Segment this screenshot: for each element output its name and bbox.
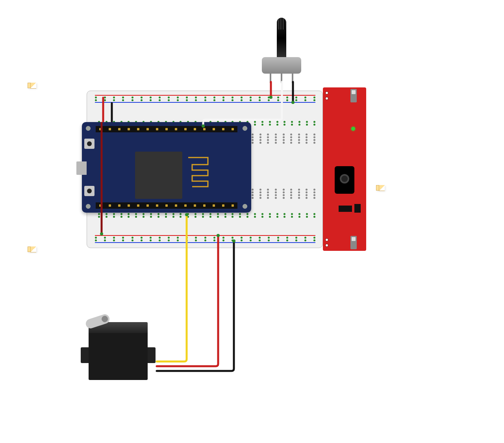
note-5v	[28, 247, 36, 252]
note-3v3	[28, 83, 36, 88]
diagram-canvas: { "notes": { "grid_3v3": "Power Grid: 3.…	[0, 0, 504, 443]
svg-point-2	[202, 124, 205, 128]
svg-point-3	[185, 213, 188, 216]
wires-overlay	[0, 0, 504, 443]
svg-point-0	[269, 96, 272, 99]
wire-servo-gnd	[157, 241, 234, 371]
svg-point-6	[100, 232, 103, 235]
svg-point-1	[291, 101, 295, 104]
wire-servo-signal	[157, 215, 187, 361]
note-power-input	[376, 185, 385, 191]
svg-point-4	[217, 234, 220, 237]
svg-point-5	[232, 239, 235, 243]
